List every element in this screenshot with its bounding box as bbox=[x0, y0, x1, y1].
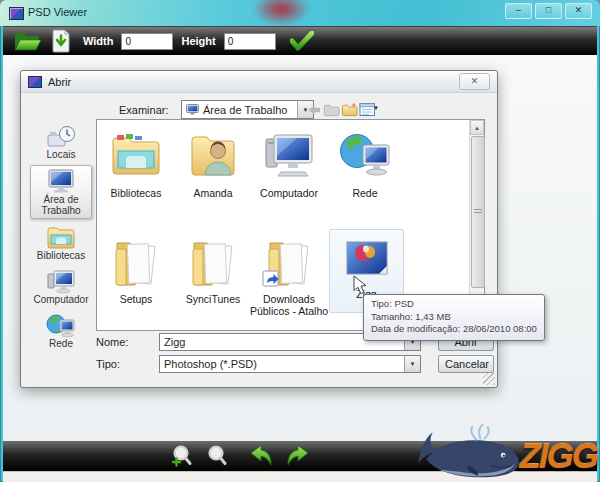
resize-grip[interactable] bbox=[483, 373, 495, 385]
height-input[interactable] bbox=[224, 33, 276, 50]
tooltip-line-tamanho: Tamanho: 1,43 MB bbox=[371, 311, 537, 324]
rotate-left-button[interactable] bbox=[249, 445, 273, 467]
maximize-button[interactable]: □ bbox=[535, 3, 562, 19]
folder-icon bbox=[185, 229, 241, 293]
rotate-left-icon bbox=[249, 445, 273, 467]
file-tile-downloads-publicos[interactable]: Downloads Públicos - Atalho bbox=[249, 229, 329, 317]
tooltip-line-data: Data de modificação: 28/06/2010 08:00 bbox=[371, 323, 537, 336]
dropdown-arrow-icon[interactable]: ▼ bbox=[404, 356, 420, 372]
folder-shortcut-icon bbox=[261, 229, 317, 293]
zoom-out-icon bbox=[206, 444, 228, 468]
computer-icon bbox=[46, 268, 76, 294]
up-folder-icon bbox=[323, 103, 340, 117]
zoom-in-button[interactable] bbox=[171, 444, 193, 468]
wallpaper-glow bbox=[252, 0, 310, 26]
width-input[interactable] bbox=[121, 33, 173, 50]
scrollbar-thumb[interactable] bbox=[471, 136, 485, 288]
desktop-mini-icon bbox=[186, 104, 199, 115]
file-tile-amanda[interactable]: Amanda bbox=[176, 123, 250, 199]
scroll-up-icon[interactable]: ▲ bbox=[470, 120, 484, 135]
minimize-button[interactable]: – bbox=[505, 3, 532, 19]
computer-icon bbox=[261, 123, 317, 187]
height-label: Height bbox=[181, 35, 215, 47]
sidebar-item-bibliotecas[interactable]: Bibliotecas bbox=[31, 222, 91, 263]
width-label: Width bbox=[83, 35, 113, 47]
new-folder-button[interactable] bbox=[341, 102, 358, 117]
rotate-right-button[interactable] bbox=[286, 445, 310, 467]
sidebar-item-computador[interactable]: Computador bbox=[31, 266, 91, 307]
cancelar-button[interactable]: Cancelar bbox=[438, 355, 494, 373]
file-tile-rede[interactable]: Rede bbox=[328, 123, 402, 199]
sidebar-item-area-de-trabalho[interactable]: Área de Trabalho bbox=[30, 165, 92, 219]
recent-places-icon bbox=[46, 123, 76, 149]
window-titlebar[interactable]: PSD Viewer – □ ✕ bbox=[0, 0, 600, 26]
zigg-logo-text: ZIGG bbox=[519, 436, 597, 476]
dialog-icon bbox=[28, 76, 42, 88]
location-value: Área de Trabalho bbox=[203, 104, 287, 116]
views-caret-icon[interactable]: ▼ bbox=[373, 105, 379, 111]
filetype-value: Photoshop (*.PSD) bbox=[164, 358, 257, 370]
scrollbar-grip bbox=[474, 209, 482, 215]
psd-viewer-window: PSD Viewer – □ ✕ Width Height bbox=[0, 0, 600, 482]
save-file-button[interactable] bbox=[51, 29, 71, 53]
network-icon bbox=[337, 123, 393, 187]
folder-icon bbox=[108, 229, 164, 293]
main-toolbar: Width Height bbox=[3, 26, 597, 55]
desktop-icon bbox=[46, 168, 76, 194]
tooltip-line-tipo: Tipo: PSD bbox=[371, 298, 537, 311]
file-tile-bibliotecas[interactable]: Bibliotecas bbox=[99, 123, 173, 199]
filetype-row: Tipo: Photoshop (*.PSD) ▼ Cancelar bbox=[21, 355, 497, 373]
filename-value: Zigg bbox=[164, 336, 185, 348]
back-button[interactable] bbox=[305, 102, 322, 117]
open-folder-icon bbox=[13, 30, 43, 52]
up-level-button[interactable] bbox=[323, 102, 340, 117]
close-button[interactable]: ✕ bbox=[565, 3, 592, 19]
app-icon bbox=[9, 7, 24, 20]
libraries-icon bbox=[108, 123, 164, 187]
sidebar-item-locais[interactable]: Locais bbox=[31, 121, 91, 162]
whale-icon bbox=[418, 424, 522, 480]
tipo-label: Tipo: bbox=[96, 358, 120, 370]
filetype-combo[interactable]: Photoshop (*.PSD) ▼ bbox=[159, 355, 421, 373]
libraries-icon bbox=[46, 224, 76, 250]
user-folder-icon bbox=[185, 123, 241, 187]
rotate-right-icon bbox=[286, 445, 310, 467]
nome-label: Nome: bbox=[96, 336, 128, 348]
dialog-title: Abrir bbox=[48, 76, 71, 88]
apply-resize-button[interactable] bbox=[290, 31, 314, 51]
back-icon bbox=[306, 103, 322, 117]
check-icon bbox=[290, 31, 314, 51]
dialog-titlebar[interactable]: Abrir ✕ bbox=[21, 71, 497, 93]
dialog-close-button[interactable]: ✕ bbox=[459, 73, 490, 90]
file-tile-setups[interactable]: Setups bbox=[99, 229, 173, 305]
zigg-watermark: ZIGG bbox=[418, 424, 600, 482]
file-tile-syncitunes[interactable]: SynciTunes bbox=[176, 229, 250, 305]
zoom-out-button[interactable] bbox=[206, 444, 228, 468]
window-controls: – □ ✕ bbox=[505, 3, 592, 19]
save-icon bbox=[51, 29, 71, 53]
places-sidebar: Locais Área de Trabalho Bibliote bbox=[29, 119, 93, 354]
examinar-label: Examinar: bbox=[119, 104, 169, 116]
location-dropdown[interactable]: Área de Trabalho ▼ bbox=[181, 100, 314, 119]
zoom-in-icon bbox=[171, 444, 193, 468]
file-tooltip: Tipo: PSD Tamanho: 1,43 MB Data de modif… bbox=[363, 294, 545, 341]
mouse-cursor bbox=[352, 275, 368, 295]
open-file-button[interactable] bbox=[13, 30, 43, 52]
file-tile-computador[interactable]: Computador bbox=[252, 123, 326, 199]
new-folder-icon bbox=[341, 102, 358, 117]
window-title: PSD Viewer bbox=[28, 6, 87, 18]
